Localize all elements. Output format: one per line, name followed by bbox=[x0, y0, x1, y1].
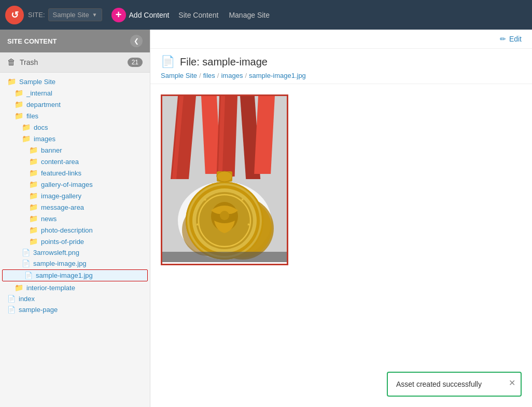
folder-icon: 📁 bbox=[29, 226, 38, 234]
tree-item-label: featured-links bbox=[41, 169, 81, 177]
file-icon: 📄 bbox=[22, 249, 30, 256]
breadcrumb-separator: / bbox=[199, 72, 201, 79]
plus-circle-icon: + bbox=[111, 8, 126, 22]
tree-item[interactable]: 📁interior-template bbox=[0, 282, 150, 293]
breadcrumb-item[interactable]: images bbox=[221, 72, 243, 79]
breadcrumb-separator: / bbox=[245, 72, 247, 79]
toast-close-button[interactable]: ✕ bbox=[509, 378, 515, 388]
tree-item-label: content-area bbox=[41, 158, 79, 166]
tree-item-label: points-of-pride bbox=[41, 238, 84, 246]
trash-count: 21 bbox=[128, 58, 143, 67]
tree-item-label: department bbox=[26, 101, 61, 108]
folder-icon: 📁 bbox=[29, 237, 38, 246]
medal-image: ★ ★ ★ ★ bbox=[162, 96, 287, 262]
breadcrumb-item[interactable]: Sample Site bbox=[161, 72, 197, 79]
file-icon: 📄 bbox=[22, 260, 30, 267]
tree-item-label: images bbox=[34, 135, 55, 143]
logo-button[interactable]: ↺ bbox=[5, 6, 24, 24]
trash-icon: 🗑 bbox=[7, 58, 16, 67]
file-title-section: 📄 File: sample-image Sample Site/files/i… bbox=[150, 49, 532, 84]
folder-icon: 📁 bbox=[29, 214, 38, 223]
tree-item[interactable]: 📁photo-description bbox=[0, 224, 150, 236]
toast-notification: Asset created successfully ✕ bbox=[387, 372, 522, 397]
folder-icon: 📁 bbox=[22, 123, 31, 131]
breadcrumb: Sample Site/files/images/sample-image1.j… bbox=[161, 72, 522, 79]
svg-point-33 bbox=[220, 211, 229, 220]
image-preview: ★ ★ ★ ★ bbox=[161, 94, 288, 265]
trash-label: Trash bbox=[20, 58, 38, 66]
breadcrumb-item[interactable]: sample-image1.jpg bbox=[249, 72, 306, 79]
tree-item[interactable]: 📄sample-image.jpg bbox=[0, 258, 150, 269]
folder-icon: 📁 bbox=[22, 134, 31, 143]
sidebar-header: SITE CONTENT ❮ bbox=[0, 30, 150, 52]
tree-item-label: gallery-of-images bbox=[41, 181, 93, 188]
file-type-icon: 📄 bbox=[161, 55, 175, 69]
content-header: ✏ Edit bbox=[150, 30, 532, 49]
tree-item[interactable]: 📁gallery-of-images bbox=[0, 179, 150, 190]
add-content-label: Add Content bbox=[129, 11, 170, 19]
trash-item-left: 🗑 Trash bbox=[7, 58, 38, 67]
file-title-text: File: sample-image bbox=[180, 56, 268, 68]
tree-item-label: news bbox=[41, 215, 57, 223]
site-dropdown[interactable]: Sample Site ▼ bbox=[48, 8, 102, 21]
svg-rect-38 bbox=[162, 252, 287, 262]
sidebar-title: SITE CONTENT bbox=[7, 37, 57, 45]
tree-item[interactable]: 📁image-gallery bbox=[0, 190, 150, 201]
tree-item[interactable]: 📄sample-image1.jpg bbox=[2, 269, 148, 281]
logo-icon: ↺ bbox=[11, 9, 19, 21]
tree-item[interactable]: 📁Sample Site bbox=[0, 76, 150, 87]
tree-item[interactable]: 📁banner bbox=[0, 144, 150, 156]
tree-item-label: message-area bbox=[41, 204, 84, 211]
trash-item[interactable]: 🗑 Trash 21 bbox=[0, 52, 150, 73]
tree-item[interactable]: 📁news bbox=[0, 213, 150, 224]
tree-item[interactable]: 📁files bbox=[0, 110, 150, 121]
svg-text:★: ★ bbox=[241, 197, 244, 202]
tree-item[interactable]: 📁docs bbox=[0, 121, 150, 133]
folder-icon: 📁 bbox=[29, 169, 38, 177]
file-icon: 📄 bbox=[24, 272, 33, 279]
toast-message: Asset created successfully bbox=[396, 380, 482, 388]
tree-item-label: image-gallery bbox=[41, 192, 81, 200]
folder-icon: 📁 bbox=[29, 180, 38, 188]
file-icon: 📄 bbox=[7, 295, 16, 303]
svg-text:★: ★ bbox=[203, 197, 207, 202]
edit-label: Edit bbox=[509, 35, 522, 43]
chevron-down-icon: ▼ bbox=[92, 12, 97, 18]
tree-item[interactable]: 📁department bbox=[0, 99, 150, 110]
tree-item-label: sample-image.jpg bbox=[33, 260, 87, 267]
folder-icon: 📁 bbox=[15, 112, 23, 120]
tree-item[interactable]: 📄index bbox=[0, 293, 150, 304]
folder-icon: 📁 bbox=[29, 157, 38, 166]
tree-item[interactable]: 📄3arrowsleft.png bbox=[0, 247, 150, 258]
tree-item-label: banner bbox=[41, 146, 62, 154]
tree-item-label: Sample Site bbox=[19, 78, 55, 86]
folder-icon: 📁 bbox=[29, 192, 38, 200]
folder-icon: 📁 bbox=[29, 203, 38, 211]
breadcrumb-item[interactable]: files bbox=[203, 72, 215, 79]
site-content-link[interactable]: Site Content bbox=[178, 11, 218, 19]
tree-item[interactable]: 📁points-of-pride bbox=[0, 236, 150, 247]
tree-item-label: index bbox=[19, 295, 35, 303]
content-area: ✏ Edit 📄 File: sample-image Sample Site/… bbox=[150, 30, 532, 407]
manage-site-link[interactable]: Manage Site bbox=[229, 11, 270, 19]
tree-item[interactable]: 📁featured-links bbox=[0, 167, 150, 179]
main-layout: SITE CONTENT ❮ 🗑 Trash 21 📁Sample Site📁_… bbox=[0, 30, 532, 407]
tree-item[interactable]: 📁content-area bbox=[0, 156, 150, 167]
tree-item-label: _internal bbox=[26, 89, 52, 97]
image-preview-area: ★ ★ ★ ★ bbox=[150, 84, 532, 407]
svg-point-10 bbox=[217, 171, 232, 182]
tree-item-label: interior-template bbox=[26, 284, 75, 292]
sidebar-collapse-button[interactable]: ❮ bbox=[130, 35, 143, 47]
tree-item-label: photo-description bbox=[41, 226, 93, 234]
svg-text:★: ★ bbox=[195, 222, 199, 227]
folder-icon: 📁 bbox=[15, 283, 23, 292]
pencil-icon: ✏ bbox=[500, 35, 506, 43]
tree-item[interactable]: 📁message-area bbox=[0, 201, 150, 213]
tree-item[interactable]: 📁images bbox=[0, 133, 150, 144]
tree-item[interactable]: 📄sample-page bbox=[0, 304, 150, 315]
edit-button[interactable]: ✏ Edit bbox=[500, 35, 522, 43]
add-content-button[interactable]: + Add Content bbox=[111, 8, 170, 22]
folder-icon: 📁 bbox=[15, 89, 23, 97]
tree-item[interactable]: 📁_internal bbox=[0, 87, 150, 99]
file-title: 📄 File: sample-image bbox=[161, 55, 522, 69]
